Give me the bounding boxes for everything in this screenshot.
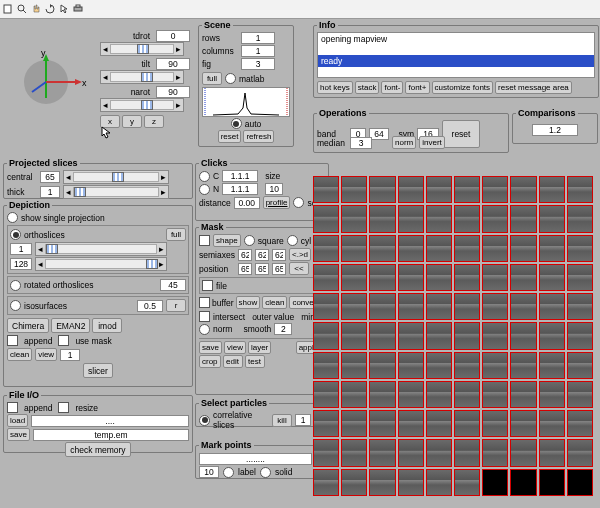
thick-input[interactable] [40, 186, 60, 198]
pos1-input[interactable] [238, 263, 252, 275]
particle-cell[interactable] [510, 293, 536, 320]
size-input[interactable] [265, 183, 283, 195]
particle-cell[interactable] [510, 322, 536, 349]
particle-cell[interactable] [398, 264, 424, 291]
ortho-slider2[interactable]: ◂▸ [35, 257, 167, 271]
profile-button[interactable]: profile [263, 196, 291, 209]
file-icon[interactable] [2, 3, 14, 15]
particle-cell[interactable] [313, 381, 339, 408]
particle-cell[interactable] [398, 439, 424, 466]
particle-cell[interactable] [426, 205, 452, 232]
left-arrow-icon[interactable]: ◂ [101, 43, 110, 55]
particle-cell[interactable] [398, 410, 424, 437]
particle-cell[interactable] [482, 352, 508, 379]
particle-cell[interactable] [369, 176, 395, 203]
append-check[interactable] [7, 402, 18, 413]
particle-cell[interactable] [454, 439, 480, 466]
particle-cell[interactable] [426, 381, 452, 408]
particle-cell[interactable] [539, 352, 565, 379]
r-button[interactable]: r [166, 299, 186, 312]
particle-cell[interactable] [426, 235, 452, 262]
particle-cell[interactable] [567, 469, 593, 496]
semi3-input[interactable] [272, 249, 286, 261]
correlative-radio[interactable] [199, 415, 210, 426]
particle-cell[interactable] [313, 264, 339, 291]
particle-cell[interactable] [369, 293, 395, 320]
particle-cell[interactable] [539, 322, 565, 349]
particle-cell[interactable] [369, 322, 395, 349]
customize-fonts-button[interactable]: customize fonts [432, 81, 494, 94]
solid-radio[interactable] [293, 197, 304, 208]
matlab-radio[interactable] [225, 73, 236, 84]
right-arrow-icon[interactable]: ▸ [174, 71, 183, 83]
particle-cell[interactable] [369, 352, 395, 379]
particle-cell[interactable] [454, 381, 480, 408]
tilt-input[interactable] [156, 58, 190, 70]
particle-cell[interactable] [539, 439, 565, 466]
particle-cell[interactable] [454, 293, 480, 320]
particle-cell[interactable] [567, 439, 593, 466]
particle-cell[interactable] [369, 439, 395, 466]
right-arrow-icon[interactable]: ▸ [174, 43, 183, 55]
eman2-button[interactable]: EMAN2 [51, 318, 90, 333]
particle-cell[interactable] [482, 264, 508, 291]
particle-cell[interactable] [567, 352, 593, 379]
particle-cell[interactable] [426, 293, 452, 320]
particle-cell[interactable] [398, 205, 424, 232]
N-radio[interactable] [199, 184, 210, 195]
comparisons-input[interactable] [532, 124, 578, 136]
reset-button[interactable]: reset [218, 130, 242, 143]
square-radio[interactable] [244, 235, 255, 246]
pos-arrow-button[interactable]: << [289, 262, 309, 275]
tdrot-slider[interactable]: ◂▸ [100, 42, 184, 56]
auto-radio[interactable] [231, 118, 242, 129]
rotated-radio[interactable] [10, 280, 21, 291]
particle-cell[interactable] [539, 381, 565, 408]
left-arrow-icon[interactable]: ◂ [101, 99, 110, 111]
particle-cell[interactable] [482, 410, 508, 437]
thick-slider[interactable]: ◂▸ [63, 185, 169, 199]
particle-cell[interactable] [341, 264, 367, 291]
file-check[interactable] [202, 280, 213, 291]
central-slider[interactable]: ◂▸ [63, 170, 169, 184]
intersect-check[interactable] [199, 311, 210, 322]
semi1-input[interactable] [238, 249, 252, 261]
smooth-input[interactable] [274, 323, 292, 335]
particle-cell[interactable] [426, 410, 452, 437]
particle-cell[interactable] [539, 469, 565, 496]
particle-cell[interactable] [482, 439, 508, 466]
particle-cell[interactable] [567, 293, 593, 320]
particle-cell[interactable] [426, 352, 452, 379]
particle-cell[interactable] [454, 264, 480, 291]
particle-cell[interactable] [567, 381, 593, 408]
particle-cell[interactable] [369, 235, 395, 262]
cursor-icon[interactable] [58, 3, 70, 15]
kill-button[interactable]: kill [272, 414, 292, 427]
iso-radio[interactable] [10, 300, 21, 311]
particle-cell[interactable] [398, 469, 424, 496]
shape-check[interactable] [199, 235, 210, 246]
particle-cell[interactable] [510, 264, 536, 291]
resize-check[interactable] [58, 402, 69, 413]
particle-cell[interactable] [539, 293, 565, 320]
left-arrow-icon[interactable]: ◂ [101, 71, 110, 83]
particle-cell[interactable] [313, 322, 339, 349]
particle-cell[interactable] [313, 439, 339, 466]
particle-cell[interactable] [341, 235, 367, 262]
particle-cell[interactable] [398, 293, 424, 320]
invert-button[interactable]: invert [419, 136, 445, 149]
particle-cell[interactable] [482, 322, 508, 349]
columns-input[interactable] [241, 45, 275, 57]
particle-cell[interactable] [341, 439, 367, 466]
narot-input[interactable] [156, 86, 190, 98]
reset-message-button[interactable]: reset message area [495, 81, 572, 94]
central-input[interactable] [40, 171, 60, 183]
particle-cell[interactable] [482, 176, 508, 203]
load-input[interactable] [31, 415, 189, 427]
show-single-radio[interactable] [7, 212, 18, 223]
y-button[interactable]: y [122, 115, 142, 128]
particle-cell[interactable] [539, 264, 565, 291]
mask-layer-button[interactable]: layer [248, 341, 271, 354]
particle-cell[interactable] [369, 469, 395, 496]
particle-cell[interactable] [454, 205, 480, 232]
